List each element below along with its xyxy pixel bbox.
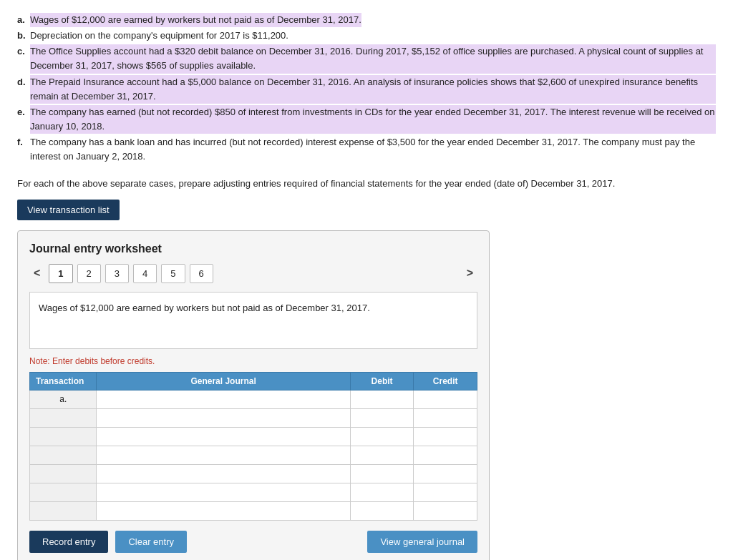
credit-cell-3[interactable] bbox=[414, 427, 477, 446]
transaction-label-a: a. bbox=[30, 390, 97, 408]
item-f-text: The company has a bank loan and has incu… bbox=[30, 135, 716, 164]
table-row bbox=[30, 427, 477, 446]
tab-2[interactable]: 2 bbox=[77, 264, 101, 283]
general-journal-input-1[interactable] bbox=[97, 390, 349, 408]
debit-input-7[interactable] bbox=[351, 502, 414, 520]
item-c-label: c. bbox=[17, 44, 27, 59]
header-credit: Credit bbox=[414, 372, 477, 390]
general-journal-cell-7[interactable] bbox=[97, 501, 350, 520]
problem-section: a. Wages of $12,000 are earned by worker… bbox=[17, 13, 716, 164]
general-journal-input-7[interactable] bbox=[97, 502, 349, 520]
worksheet-container: Journal entry worksheet < 1 2 3 4 5 6 > … bbox=[17, 230, 490, 560]
transaction-label-7 bbox=[30, 501, 97, 520]
general-journal-cell-2[interactable] bbox=[97, 408, 350, 427]
note-text: Note: Enter debits before credits. bbox=[29, 356, 477, 366]
general-journal-cell-4[interactable] bbox=[97, 446, 350, 464]
table-row bbox=[30, 501, 477, 520]
transaction-label-4 bbox=[30, 446, 97, 464]
tab-4[interactable]: 4 bbox=[133, 264, 157, 283]
credit-input-5[interactable] bbox=[414, 465, 477, 483]
tab-6[interactable]: 6 bbox=[190, 264, 213, 283]
header-debit: Debit bbox=[350, 372, 414, 390]
item-b-text: Depreciation on the company's equipment … bbox=[30, 29, 288, 43]
item-a-label: a. bbox=[17, 13, 27, 27]
transaction-label-3 bbox=[30, 427, 97, 446]
debit-input-5[interactable] bbox=[351, 465, 414, 483]
credit-cell-6[interactable] bbox=[414, 483, 477, 501]
credit-input-1[interactable] bbox=[414, 390, 477, 408]
item-a-text: Wages of $12,000 are earned by workers b… bbox=[30, 13, 361, 27]
view-transaction-list-button[interactable]: View transaction list bbox=[17, 200, 120, 220]
scenario-text: Wages of $12,000 are earned by workers b… bbox=[39, 303, 370, 313]
general-journal-cell-3[interactable] bbox=[97, 427, 350, 446]
credit-cell-1[interactable] bbox=[414, 390, 477, 408]
debit-cell-2[interactable] bbox=[350, 408, 414, 427]
table-row bbox=[30, 483, 477, 501]
credit-cell-4[interactable] bbox=[414, 446, 477, 464]
tab-prev-arrow[interactable]: < bbox=[29, 265, 44, 281]
tab-3[interactable]: 3 bbox=[105, 264, 129, 283]
record-entry-button[interactable]: Record entry bbox=[29, 531, 108, 553]
tab-1[interactable]: 1 bbox=[49, 264, 72, 283]
general-journal-input-5[interactable] bbox=[97, 465, 349, 483]
credit-cell-5[interactable] bbox=[414, 464, 477, 483]
tab-5[interactable]: 5 bbox=[161, 264, 185, 283]
debit-cell-1[interactable] bbox=[350, 390, 414, 408]
tab-navigation: < 1 2 3 4 5 6 > bbox=[29, 264, 477, 283]
table-row bbox=[30, 464, 477, 483]
debit-input-2[interactable] bbox=[351, 409, 414, 427]
debit-cell-5[interactable] bbox=[350, 464, 414, 483]
general-journal-cell-5[interactable] bbox=[97, 464, 350, 483]
header-general-journal: General Journal bbox=[97, 372, 350, 390]
credit-cell-2[interactable] bbox=[414, 408, 477, 427]
debit-input-4[interactable] bbox=[351, 446, 414, 464]
worksheet-title: Journal entry worksheet bbox=[29, 242, 477, 255]
item-c-text: The Office Supplies account had a $320 d… bbox=[30, 44, 716, 73]
general-journal-input-6[interactable] bbox=[97, 483, 349, 501]
debit-cell-6[interactable] bbox=[350, 483, 414, 501]
debit-cell-3[interactable] bbox=[350, 427, 414, 446]
clear-entry-button[interactable]: Clear entry bbox=[115, 531, 187, 553]
scenario-box: Wages of $12,000 are earned by workers b… bbox=[29, 292, 477, 349]
transaction-label-2 bbox=[30, 408, 97, 427]
credit-input-3[interactable] bbox=[414, 428, 477, 446]
debit-cell-7[interactable] bbox=[350, 501, 414, 520]
credit-input-7[interactable] bbox=[414, 502, 477, 520]
credit-cell-7[interactable] bbox=[414, 501, 477, 520]
item-d-label: d. bbox=[17, 75, 27, 89]
item-d-text: The Prepaid Insurance account had a $5,0… bbox=[30, 75, 716, 104]
tab-next-arrow[interactable]: > bbox=[462, 265, 477, 281]
journal-table: Transaction General Journal Debit Credit… bbox=[29, 372, 477, 521]
item-e-text: The company has earned (but not recorded… bbox=[30, 105, 716, 134]
instructions-text: For each of the above separate cases, pr… bbox=[17, 177, 716, 191]
table-row bbox=[30, 408, 477, 427]
general-journal-input-3[interactable] bbox=[97, 428, 349, 446]
general-journal-input-2[interactable] bbox=[97, 409, 349, 427]
item-b-label: b. bbox=[17, 29, 27, 43]
debit-input-6[interactable] bbox=[351, 483, 414, 501]
table-row: a. bbox=[30, 390, 477, 408]
item-f-label: f. bbox=[17, 135, 27, 149]
debit-input-3[interactable] bbox=[351, 428, 414, 446]
header-transaction: Transaction bbox=[30, 372, 97, 390]
general-journal-cell-6[interactable] bbox=[97, 483, 350, 501]
item-e-label: e. bbox=[17, 105, 27, 119]
transaction-label-5 bbox=[30, 464, 97, 483]
debit-input-1[interactable] bbox=[351, 390, 414, 408]
view-general-journal-button[interactable]: View general journal bbox=[367, 531, 477, 553]
table-row bbox=[30, 446, 477, 464]
general-journal-input-4[interactable] bbox=[97, 446, 349, 464]
credit-input-2[interactable] bbox=[414, 409, 477, 427]
action-buttons: Record entry Clear entry View general jo… bbox=[29, 531, 477, 553]
debit-cell-4[interactable] bbox=[350, 446, 414, 464]
credit-input-4[interactable] bbox=[414, 446, 477, 464]
credit-input-6[interactable] bbox=[414, 483, 477, 501]
general-journal-cell-1[interactable] bbox=[97, 390, 350, 408]
transaction-label-6 bbox=[30, 483, 97, 501]
